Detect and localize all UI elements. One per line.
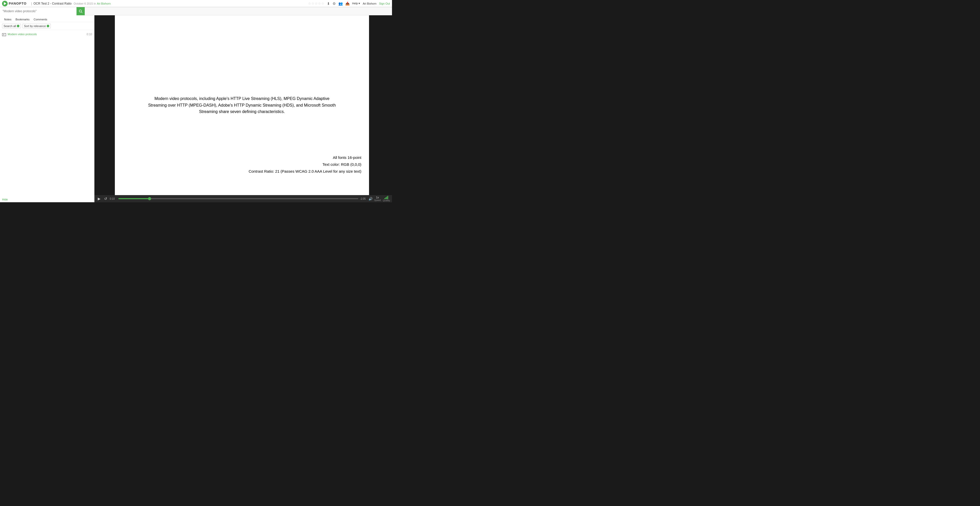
slide-display: Modern video protocols, including Apple'… <box>115 15 369 195</box>
quality-control[interactable]: Quality <box>383 196 390 202</box>
slide-text-content: Modern video protocols, including Apple'… <box>127 85 357 125</box>
svg-line-1 <box>81 12 83 13</box>
q-bar-3 <box>387 197 387 199</box>
search-icon <box>79 10 83 13</box>
help-button[interactable]: Help ▾ <box>352 2 360 5</box>
search-input[interactable]: "Modern video protocols" <box>0 7 76 15</box>
star-4[interactable]: ☆ <box>318 2 321 5</box>
sort-dropdown[interactable]: Sort by relevance <box>22 24 51 28</box>
q-bar-2 <box>385 197 386 199</box>
sort-label: Sort by relevance <box>24 24 46 27</box>
star-3[interactable]: ☆ <box>315 2 318 5</box>
logo-icon <box>2 1 8 6</box>
author-link[interactable]: Ari Bixhorn <box>97 2 111 5</box>
slide-info-contrast: Contrast Ratio: 21 (Passes WCAG 2.0 AAA … <box>248 168 361 175</box>
volume-icon[interactable]: 🔊 <box>369 197 372 201</box>
sidebar-item-comments[interactable]: Comments <box>32 17 49 22</box>
speed-control[interactable]: 1x Speed <box>374 196 381 201</box>
slide-info-color: Text color: RGB (0,0,0) <box>248 161 361 168</box>
sidebar-item-bookmarks[interactable]: Bookmarks <box>14 17 32 22</box>
result-title: Modern video protocols <box>8 33 85 36</box>
video-black-right <box>369 15 392 195</box>
sidebar: Notes Bookmarks Comments Search all Sort… <box>0 15 94 202</box>
top-bar-right: ☆ ☆ ☆ ☆ ☆ ⬇ ⚙ 👥 📤 Help ▾ Ari Bixhorn Sig… <box>308 2 390 6</box>
main-layout: Notes Bookmarks Comments Search all Sort… <box>0 15 392 202</box>
search-all-label: Search all <box>3 24 16 27</box>
hide-link[interactable]: Hide <box>2 198 8 201</box>
progress-bar[interactable] <box>118 198 358 199</box>
q-bar-4 <box>387 196 388 199</box>
settings-icon[interactable]: ⚙ <box>332 2 336 6</box>
video-black-left <box>94 15 115 195</box>
video-area: Modern video protocols, including Apple'… <box>94 15 392 202</box>
result-video-icon <box>2 33 6 36</box>
result-item[interactable]: Modern video protocols 0:10 <box>0 31 94 38</box>
top-bar: PANOPTO | OCR Test 2 - Contrast Ratio Oc… <box>0 0 392 7</box>
sort-dot <box>47 25 49 27</box>
sidebar-nav: Notes Bookmarks Comments <box>0 15 94 22</box>
star-1[interactable]: ☆ <box>308 2 311 5</box>
slide-info-fonts: All fonts 16-point <box>248 154 361 161</box>
play-triangle-icon <box>4 2 6 5</box>
star-5[interactable]: ☆ <box>321 2 325 5</box>
search-bar: "Modern video protocols" <box>0 7 392 15</box>
speed-sublabel: Speed <box>374 199 381 201</box>
controls-right: 1x Speed Quality <box>374 196 390 202</box>
logo-text: PANOPTO <box>9 2 27 5</box>
end-time-label: -1:05 <box>360 197 367 200</box>
share-icon[interactable]: 📤 <box>345 2 350 6</box>
title-separator: | <box>31 2 32 5</box>
signout-link[interactable]: Sign Out <box>379 2 390 5</box>
download-icon[interactable]: ⬇ <box>327 2 330 6</box>
logo-area: PANOPTO <box>2 1 27 6</box>
slide-bottom-text: All fonts 16-point Text color: RGB (0,0,… <box>248 154 361 175</box>
progress-handle[interactable] <box>148 197 151 200</box>
search-all-dot <box>17 25 19 27</box>
panopto-logo[interactable]: PANOPTO <box>2 1 27 6</box>
sidebar-hide-area: Hide <box>0 197 94 202</box>
search-filters: Search all Sort by relevance <box>0 22 94 30</box>
page-title: OCR Test 2 - Contrast Ratio <box>33 2 72 5</box>
speed-value: 1x <box>376 196 379 199</box>
date-text: October 6 2015 in <box>73 2 96 5</box>
replay-button[interactable]: ↺ <box>103 196 108 201</box>
users-icon[interactable]: 👥 <box>339 2 343 6</box>
search-all-dropdown[interactable]: Search all <box>2 24 21 28</box>
quality-label: Quality <box>383 199 390 202</box>
search-button[interactable] <box>76 7 85 15</box>
quality-bars <box>384 196 388 199</box>
slide-main-text: Modern video protocols, including Apple'… <box>148 95 336 115</box>
video-content: Modern video protocols, including Apple'… <box>94 15 392 195</box>
star-2[interactable]: ☆ <box>311 2 314 5</box>
progress-filled <box>118 198 150 199</box>
sidebar-item-notes[interactable]: Notes <box>2 17 14 22</box>
video-controls: ▶ ↺ 0:10 -1:05 🔊 1x Speed <box>94 195 392 202</box>
current-time-label: 0:10 <box>110 197 117 200</box>
username-label: Ari Bixhorn <box>363 2 376 5</box>
search-results: Modern video protocols 0:10 <box>0 30 94 197</box>
result-time: 0:10 <box>87 33 92 36</box>
play-button[interactable]: ▶ <box>97 196 102 201</box>
star-rating[interactable]: ☆ ☆ ☆ ☆ ☆ <box>308 2 325 5</box>
